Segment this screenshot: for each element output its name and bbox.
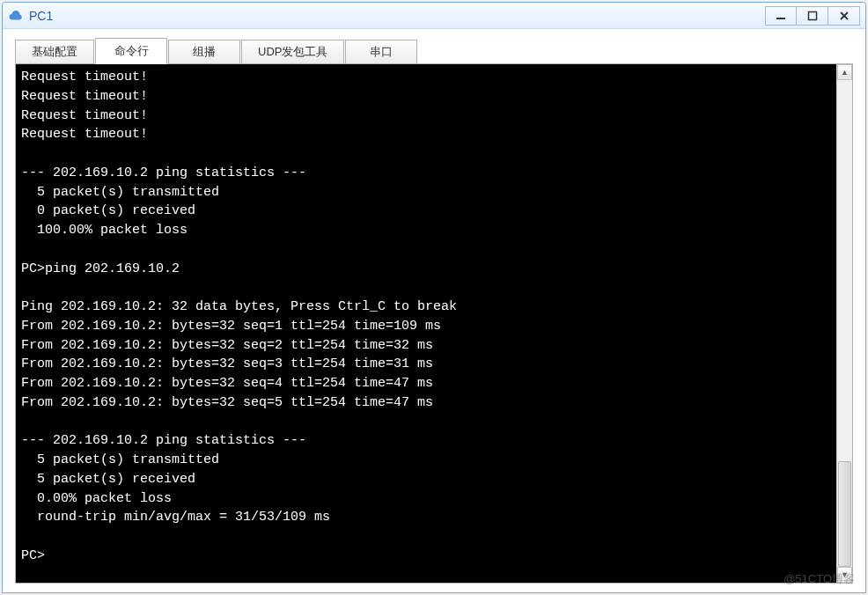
tab-command-line[interactable]: 命令行 (95, 38, 167, 64)
chevron-down-icon: ▼ (841, 570, 849, 579)
window-controls (765, 6, 860, 26)
scroll-up-button[interactable]: ▲ (837, 64, 852, 80)
tab-label: 组播 (193, 44, 216, 60)
app-window: PC1 基础配置 命令行 组播 UDP发包工具 串口 Request timeo… (2, 2, 866, 593)
tab-label: 基础配置 (32, 44, 77, 60)
scroll-down-button[interactable]: ▼ (837, 567, 852, 583)
tab-label: UDP发包工具 (258, 44, 327, 60)
tab-basic-config[interactable]: 基础配置 (15, 40, 94, 63)
tab-label: 命令行 (114, 43, 149, 59)
window-title: PC1 (29, 9, 765, 23)
terminal-container: Request timeout! Request timeout! Reques… (15, 63, 853, 584)
scroll-thumb[interactable] (838, 461, 851, 567)
minimize-button[interactable] (765, 6, 797, 26)
maximize-button[interactable] (797, 6, 828, 26)
app-icon (8, 8, 24, 24)
scroll-track[interactable] (837, 80, 852, 567)
svg-rect-0 (776, 18, 785, 19)
tab-serial[interactable]: 串口 (345, 40, 417, 63)
scrollbar[interactable]: ▲ ▼ (836, 64, 852, 583)
svg-rect-1 (808, 11, 816, 19)
tab-multicast[interactable]: 组播 (168, 40, 240, 63)
terminal-output[interactable]: Request timeout! Request timeout! Reques… (16, 64, 836, 583)
close-button[interactable] (828, 6, 860, 26)
tab-bar: 基础配置 命令行 组播 UDP发包工具 串口 (15, 38, 853, 64)
content-area: 基础配置 命令行 组播 UDP发包工具 串口 Request timeout! … (3, 29, 865, 592)
chevron-up-icon: ▲ (841, 68, 849, 77)
tab-label: 串口 (370, 44, 393, 60)
tab-udp-tool[interactable]: UDP发包工具 (241, 40, 344, 63)
titlebar[interactable]: PC1 (3, 3, 865, 29)
